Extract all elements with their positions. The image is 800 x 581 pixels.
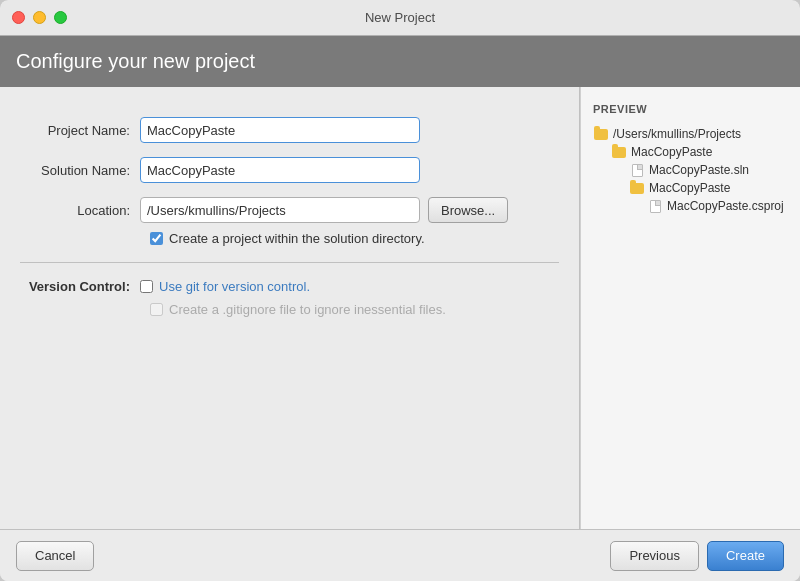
tree-label-root: /Users/kmullins/Projects	[613, 127, 741, 141]
tree-item-mcp-folder: MacCopyPaste	[593, 145, 788, 159]
solution-name-row: Solution Name:	[20, 157, 559, 183]
window-title: New Project	[365, 10, 435, 25]
solution-name-label: Solution Name:	[20, 163, 140, 178]
minimize-button[interactable]	[33, 11, 46, 24]
traffic-lights	[12, 11, 67, 24]
use-git-checkbox[interactable]	[140, 280, 153, 293]
create-in-solution-row: Create a project within the solution dir…	[150, 231, 559, 246]
previous-button[interactable]: Previous	[610, 541, 699, 571]
solution-name-input[interactable]	[140, 157, 420, 183]
create-gitignore-label: Create a .gitignore file to ignore iness…	[169, 302, 446, 317]
tree-item-csproj: MacCopyPaste.csproj	[593, 199, 788, 213]
folder-icon-mcp-sub	[629, 181, 645, 195]
cancel-button[interactable]: Cancel	[16, 541, 94, 571]
location-input[interactable]	[140, 197, 420, 223]
tree-label-sln: MacCopyPaste.sln	[649, 163, 749, 177]
use-git-label: Use git for version control.	[159, 279, 310, 294]
project-name-label: Project Name:	[20, 123, 140, 138]
tree-label-mcp-folder: MacCopyPaste	[631, 145, 712, 159]
tree-label-csproj: MacCopyPaste.csproj	[667, 199, 784, 213]
tree-label-mcp-subfolder: MacCopyPaste	[649, 181, 730, 195]
create-button[interactable]: Create	[707, 541, 784, 571]
create-in-solution-label: Create a project within the solution dir…	[169, 231, 425, 246]
tree-item-mcp-subfolder: MacCopyPaste	[593, 181, 788, 195]
form-panel: Project Name: Solution Name: Location: B…	[0, 87, 580, 529]
close-button[interactable]	[12, 11, 25, 24]
location-label: Location:	[20, 203, 140, 218]
version-control-label: Version Control:	[20, 279, 140, 294]
file-icon-sln	[629, 163, 645, 177]
tree-item-sln: MacCopyPaste.sln	[593, 163, 788, 177]
header: Configure your new project	[0, 36, 800, 87]
divider	[20, 262, 559, 263]
tree-item-root: /Users/kmullins/Projects	[593, 127, 788, 141]
project-name-row: Project Name:	[20, 117, 559, 143]
title-bar: New Project	[0, 0, 800, 36]
version-control-section: Version Control: Use git for version con…	[20, 279, 559, 317]
version-control-row: Version Control: Use git for version con…	[20, 279, 559, 294]
gitignore-row: Create a .gitignore file to ignore iness…	[150, 302, 559, 317]
page-title: Configure your new project	[16, 50, 255, 72]
create-gitignore-checkbox[interactable]	[150, 303, 163, 316]
footer-right: Previous Create	[610, 541, 784, 571]
folder-icon	[593, 127, 609, 141]
create-in-solution-checkbox[interactable]	[150, 232, 163, 245]
folder-icon-mcp	[611, 145, 627, 159]
location-row: Location: Browse...	[20, 197, 559, 223]
file-icon-csproj	[647, 199, 663, 213]
project-name-input[interactable]	[140, 117, 420, 143]
footer: Cancel Previous Create	[0, 529, 800, 581]
main-container: Configure your new project Project Name:…	[0, 36, 800, 581]
preview-title: PREVIEW	[593, 103, 788, 115]
content-area: Project Name: Solution Name: Location: B…	[0, 87, 800, 529]
footer-left: Cancel	[16, 541, 94, 571]
browse-button[interactable]: Browse...	[428, 197, 508, 223]
preview-panel: PREVIEW /Users/kmullins/Projects MacCopy…	[580, 87, 800, 529]
maximize-button[interactable]	[54, 11, 67, 24]
